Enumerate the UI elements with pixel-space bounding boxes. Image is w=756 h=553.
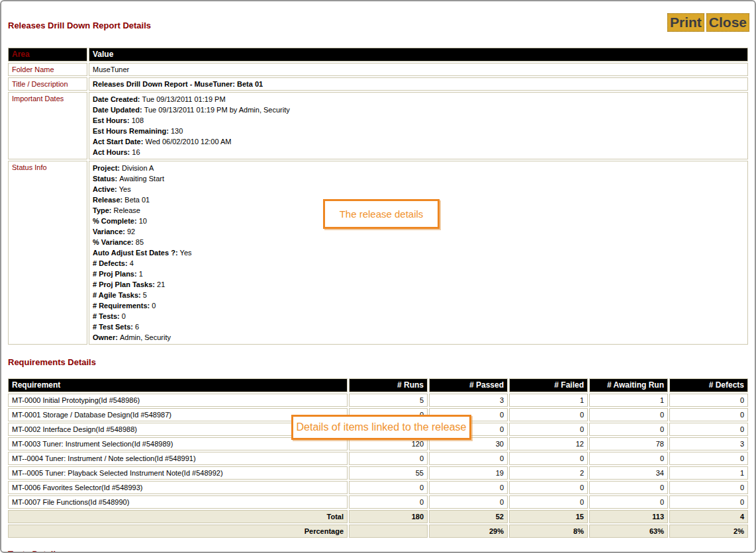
field-line: Project: Division A: [93, 163, 744, 173]
metric-value: 0: [589, 423, 668, 436]
metric-value: 34: [589, 466, 668, 480]
metric-value: 3: [429, 394, 508, 407]
metric-value: 1: [589, 394, 668, 407]
metric-value: 0: [509, 495, 588, 509]
summary-label: Percentage: [8, 525, 348, 538]
metric-value: 0: [509, 481, 588, 494]
print-button[interactable]: Print: [667, 13, 704, 32]
metric-value: 0: [509, 423, 588, 436]
field-line: # Agile Tasks: 5: [93, 290, 744, 300]
field-line: # Defects: 4: [93, 258, 744, 269]
metric-value: 0: [349, 495, 428, 509]
metric-value: 0: [669, 423, 748, 436]
column-header-area: Area: [8, 48, 87, 62]
value-cell: Date Created: Tue 09/13/2011 01:19 PMDat…: [89, 92, 748, 159]
requirement-row: MT-0006 Favorites Selector(Id #548993)00…: [8, 481, 748, 494]
metric-value: 5: [349, 394, 428, 407]
metric-value: 0: [349, 481, 428, 494]
column-header: # Passed: [429, 378, 508, 392]
metric-value: 0: [669, 394, 748, 407]
metric-value: 78: [589, 437, 668, 450]
field-line: Act Start Date: Wed 06/02/2010 12:00 AM: [93, 136, 744, 147]
toolbar: PrintClose: [665, 13, 749, 32]
field-line: Date Updated: Tue 09/13/2011 01:19 PM by…: [93, 105, 744, 115]
metric-value: 0: [349, 452, 428, 465]
requirements-header-row: Requirement# Runs# Passed# Failed# Await…: [8, 378, 748, 392]
page-title: Releases Drill Down Report Details: [8, 21, 749, 30]
requirement-row: MT--0004 Tuner: Instrument / Note select…: [8, 452, 748, 465]
field-line: # Test Sets: 6: [93, 321, 744, 332]
total-row: Total18052151134: [8, 510, 748, 523]
metric-value: 1: [669, 466, 748, 480]
metric-value: 12: [509, 437, 588, 450]
value-cell: Project: Division AStatus: Awaiting Star…: [89, 161, 748, 345]
details-row: Title / DescriptionReleases Drill Down R…: [8, 77, 748, 91]
details-row: Folder NameMuseTuner: [8, 63, 748, 76]
requirements-heading: Requirements Details: [8, 357, 749, 367]
metric-value: 3: [669, 437, 748, 450]
details-row: Important DatesDate Created: Tue 09/13/2…: [8, 92, 748, 159]
annotation-text: The release details: [340, 208, 424, 220]
summary-value: [349, 525, 428, 538]
column-header: # Defects: [669, 378, 748, 392]
column-header: # Failed: [509, 378, 588, 392]
metric-value: 0: [589, 495, 668, 509]
value-cell: MuseTuner: [89, 63, 748, 76]
requirement-name: MT-0006 Favorites Selector(Id #548993): [8, 481, 348, 494]
summary-value: 180: [349, 510, 428, 523]
field-line: Est Hours: 108: [93, 115, 744, 126]
summary-value: 4: [669, 510, 748, 523]
annotation-release-details: The release details: [323, 199, 440, 229]
metric-value: 0: [669, 481, 748, 494]
value-cell: Releases Drill Down Report - MuseTuner: …: [89, 77, 748, 91]
summary-value: 8%: [509, 525, 588, 538]
summary-label: Total: [8, 510, 348, 523]
metric-value: 0: [669, 408, 748, 421]
summary-value: 52: [429, 510, 508, 523]
tests-heading: Tests Details: [8, 549, 749, 553]
metric-value: 0: [589, 452, 668, 465]
release-details-table: Area Value Folder NameMuseTunerTitle / D…: [7, 46, 749, 346]
report-content: Releases Drill Down Report Details Area …: [1, 21, 755, 553]
area-label: Status Info: [8, 161, 87, 345]
field-line: Owner: Admin, Security: [93, 332, 744, 343]
field-line: Status: Awaiting Start: [93, 173, 744, 184]
requirement-name: MT-0000 Initial Prototyping(Id #548986): [8, 394, 348, 407]
metric-value: 2: [509, 466, 588, 480]
summary-value: 29%: [429, 525, 508, 538]
metric-value: 0: [509, 408, 588, 421]
field-line: # Proj Plans: 1: [93, 269, 744, 279]
column-header: # Runs: [349, 378, 428, 392]
summary-value: 63%: [589, 525, 668, 538]
details-row: Status InfoProject: Division AStatus: Aw…: [8, 161, 748, 345]
annotation-text: Details of items linked to the release: [296, 421, 466, 433]
annotation-linked-items: Details of items linked to the release: [291, 415, 471, 440]
metric-value: 0: [669, 452, 748, 465]
requirement-row: MT--0005 Tuner: Playback Selected Instru…: [8, 466, 748, 480]
summary-value: 15: [509, 510, 588, 523]
field-line: Act Hours: 16: [93, 147, 744, 157]
field-line: Auto Adjust Est Dates ?: Yes: [93, 247, 744, 258]
summary-value: 113: [589, 510, 668, 523]
field-line: Active: Yes: [93, 184, 744, 194]
metric-value: 0: [589, 481, 668, 494]
requirement-name: MT--0005 Tuner: Playback Selected Instru…: [8, 466, 348, 480]
metric-value: 1: [509, 394, 588, 407]
metric-value: 0: [429, 481, 508, 494]
details-header-row: Area Value: [8, 48, 748, 62]
requirement-name: MT--0004 Tuner: Instrument / Note select…: [8, 452, 348, 465]
column-header: Requirement: [8, 378, 348, 392]
requirement-row: MT-0000 Initial Prototyping(Id #548986)5…: [8, 394, 748, 407]
close-button[interactable]: Close: [706, 13, 749, 32]
area-label: Title / Description: [8, 77, 87, 91]
report-dialog: PrintClose Releases Drill Down Report De…: [0, 0, 756, 553]
percentage-row: Percentage29%8%63%2%: [8, 525, 748, 538]
metric-value: 55: [349, 466, 428, 480]
metric-value: 0: [429, 452, 508, 465]
column-header: # Awaiting Run: [589, 378, 668, 392]
requirements-table: Requirement# Runs# Passed# Failed# Await…: [7, 377, 749, 539]
field-line: # Requirements: 0: [93, 300, 744, 311]
summary-value: 2%: [669, 525, 748, 538]
field-line: # Tests: 0: [93, 311, 744, 321]
area-label: Folder Name: [8, 63, 87, 76]
